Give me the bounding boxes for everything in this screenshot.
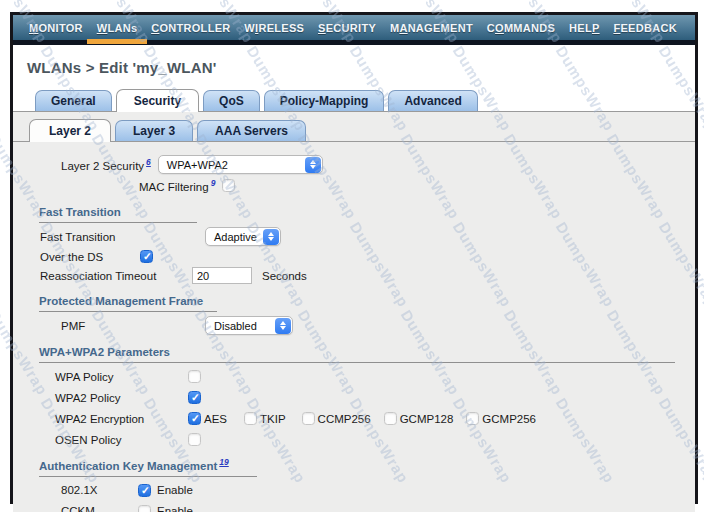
nav-label: ONITOR	[38, 22, 82, 34]
wpa2-policy-row: WPA2 Policy	[55, 387, 679, 408]
subtab-layer3[interactable]: Layer 3	[115, 120, 193, 141]
pmf-select[interactable]: Disabled	[205, 316, 293, 335]
nav-label: LANs	[107, 22, 137, 34]
layer2-security-value: WPA+WPA2	[167, 159, 299, 171]
nav-wireless[interactable]: WIRELESS	[244, 22, 304, 34]
mac-filtering-footnote[interactable]: 9	[211, 178, 216, 188]
mac-filtering-checkbox[interactable]	[222, 179, 235, 192]
tab-policy-mapping[interactable]: Policy-Mapping	[264, 90, 385, 111]
fast-transition-row: Fast Transition Adaptive	[40, 226, 679, 247]
nav-security[interactable]: SECURITY	[318, 22, 376, 34]
akm-heading: Authentication Key Management19	[39, 458, 257, 477]
nav-help[interactable]: HELP	[569, 22, 600, 34]
akm-cckm-row: CCKM Enable	[61, 501, 679, 512]
over-the-ds-checkbox[interactable]	[140, 250, 153, 263]
nav-commands[interactable]: COMMANDS	[487, 22, 555, 34]
select-chevrons-icon	[305, 157, 321, 173]
mac-filtering-row: MAC Filtering9	[139, 175, 679, 196]
nav-label: W	[244, 22, 255, 34]
osen-policy-label: OSEN Policy	[55, 434, 188, 446]
fast-transition-heading: Fast Transition	[39, 206, 197, 223]
reassociation-timeout-label: Reassociation Timeout	[40, 270, 192, 282]
wpa-params-heading: WPA+WPA2 Parameters	[39, 346, 675, 363]
over-the-ds-row: Over the DS	[40, 247, 679, 266]
wpa2-encryption-row: WPA2 Encryption AES TKIP CCMP256 GCMP128	[55, 408, 679, 429]
wpa2-policy-label: WPA2 Policy	[55, 392, 188, 404]
nav-controller[interactable]: CONTROLLER	[151, 22, 230, 34]
layer2-security-row: Layer 2 Security6 WPA+WPA2	[61, 154, 679, 175]
akm-8021x-row: 802.1X Enable	[61, 480, 679, 501]
encryption-option-tkip: TKIP	[244, 412, 286, 425]
select-chevrons-icon	[275, 318, 291, 334]
nav-label: RELESS	[258, 22, 304, 34]
tkip-label: TKIP	[260, 413, 286, 425]
layer2-security-select[interactable]: WPA+WPA2	[158, 155, 323, 174]
gcmp128-checkbox[interactable]	[384, 412, 397, 425]
pmf-label: PMF	[61, 320, 205, 332]
tab-qos[interactable]: QoS	[203, 90, 260, 111]
tab-security[interactable]: Security	[116, 89, 199, 112]
mac-filtering-label: MAC Filtering9	[139, 179, 215, 193]
tab-general[interactable]: General	[35, 90, 112, 111]
akm-8021x-enable-label: Enable	[157, 484, 193, 496]
fast-transition-label: Fast Transition	[40, 231, 205, 243]
wpa-policy-checkbox[interactable]	[188, 370, 201, 383]
akm-cckm-enable-label: Enable	[157, 505, 193, 512]
akm-8021x-checkbox[interactable]	[138, 484, 151, 497]
layer2-security-footnote[interactable]: 6	[146, 157, 151, 167]
reassociation-timeout-unit: Seconds	[262, 270, 307, 282]
nav-label-accesskey: W	[97, 22, 108, 34]
osen-policy-checkbox[interactable]	[188, 433, 201, 446]
reassociation-timeout-input[interactable]	[192, 267, 252, 284]
gcmp256-checkbox[interactable]	[466, 412, 479, 425]
tab-advanced[interactable]: Advanced	[388, 90, 477, 111]
layer2-security-label: Layer 2 Security6	[61, 158, 151, 172]
nav-label-accesskey: O	[495, 22, 504, 34]
nav-label: ECURITY	[326, 22, 376, 34]
nav-label: C	[487, 22, 495, 34]
ccmp256-checkbox[interactable]	[302, 412, 315, 425]
subtab-aaa-servers[interactable]: AAA Servers	[197, 120, 306, 141]
tkip-checkbox[interactable]	[244, 412, 257, 425]
breadcrumb-row: WLANs > Edit 'my_WLAN'	[13, 45, 695, 89]
wpa2-encryption-label: WPA2 Encryption	[55, 413, 188, 425]
akm-cckm-label: CCKM	[61, 505, 138, 512]
nav-wlans[interactable]: WLANs	[97, 22, 138, 34]
wpa-policy-row: WPA Policy	[55, 366, 679, 387]
aes-checkbox[interactable]	[188, 412, 201, 425]
wlc-window: MONITOR WLANs CONTROLLER WIRELESS SECURI…	[10, 12, 698, 504]
pmf-heading: Protected Management Frame	[39, 295, 217, 312]
wpa-policy-label: WPA Policy	[55, 371, 188, 383]
akm-heading-footnote[interactable]: 19	[219, 457, 228, 467]
pmf-value: Disabled	[214, 320, 269, 332]
top-navbar: MONITOR WLANs CONTROLLER WIRELESS SECURI…	[13, 15, 695, 45]
encryption-option-aes: AES	[188, 412, 227, 425]
akm-cckm-checkbox[interactable]	[138, 505, 151, 512]
pmf-row: PMF Disabled	[61, 315, 679, 336]
nav-monitor[interactable]: MONITOR	[29, 22, 83, 34]
nav-label: HEL	[569, 22, 592, 34]
ccmp256-label: CCMP256	[318, 413, 371, 425]
aes-label: AES	[204, 413, 227, 425]
nav-management[interactable]: MANAGEMENT	[390, 22, 473, 34]
select-chevrons-icon	[263, 229, 279, 245]
security-subtabstrip: Layer 2 Layer 3 AAA Servers	[13, 112, 695, 142]
breadcrumb: WLANs > Edit 'my_WLAN'	[27, 59, 216, 76]
main-tabstrip: General Security QoS Policy-Mapping Adva…	[13, 89, 695, 112]
security-panel: Layer 2 Layer 3 AAA Servers Layer 2 Secu…	[13, 112, 695, 512]
nav-feedback[interactable]: FEEDBACK	[613, 22, 677, 34]
reassociation-timeout-row: Reassociation Timeout Seconds	[40, 266, 679, 285]
nav-label-accesskey: A	[399, 22, 407, 34]
akm-8021x-label: 802.1X	[61, 484, 138, 496]
fast-transition-value: Adaptive	[214, 231, 257, 243]
encryption-option-ccmp256: CCMP256	[302, 412, 371, 425]
encryption-option-gcmp128: GCMP128	[384, 412, 454, 425]
wpa2-policy-checkbox[interactable]	[188, 391, 201, 404]
osen-policy-row: OSEN Policy	[55, 429, 679, 450]
nav-label: NAGEMENT	[408, 22, 473, 34]
nav-label: EEDBACK	[620, 22, 677, 34]
nav-label: ONTROLLER	[159, 22, 230, 34]
subtab-layer2[interactable]: Layer 2	[29, 119, 111, 142]
nav-label-accesskey: S	[318, 22, 326, 34]
fast-transition-select[interactable]: Adaptive	[205, 227, 281, 246]
